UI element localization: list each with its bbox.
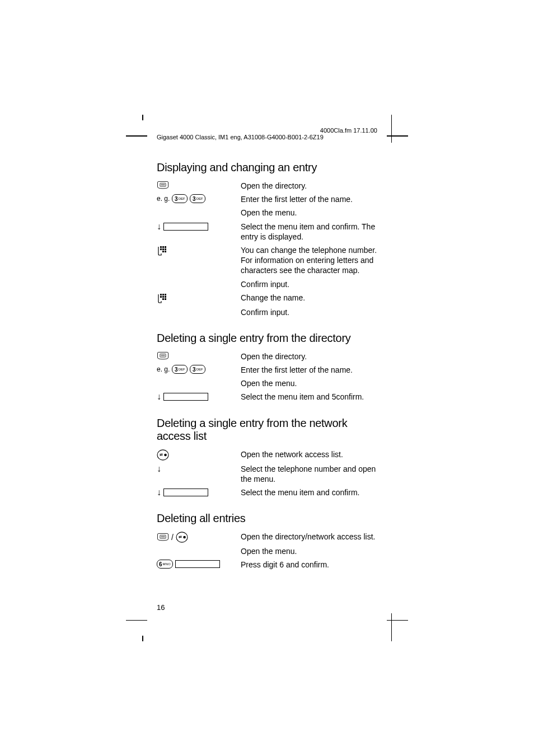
eg-label: e. g. <box>157 195 170 203</box>
network-list-icon: ⇄ <box>157 449 169 461</box>
svg-rect-11 <box>160 294 162 295</box>
arrow-down-icon: ↓ <box>157 392 161 402</box>
svg-rect-5 <box>165 246 166 248</box>
arrow-down-icon: ↓ <box>157 464 161 474</box>
step-text: Select the telephone number and open the… <box>241 464 381 484</box>
arrow-down-icon: ↓ <box>157 487 161 497</box>
slash: / <box>171 533 174 542</box>
menu-box-icon <box>163 223 208 231</box>
svg-rect-4 <box>162 246 164 248</box>
section-title: Deleting a single entry from the network… <box>157 417 381 443</box>
document-id: Gigaset 4000 Classic, IM1 eng, A31008-G4… <box>157 134 324 140</box>
step-text: Open the menu. <box>241 546 381 556</box>
svg-text:⇄: ⇄ <box>179 534 182 539</box>
key-3: 3DEF <box>172 194 188 203</box>
main-content: Displaying and changing an entry Open th… <box>157 157 381 574</box>
svg-rect-25 <box>160 536 166 539</box>
step-text: Press digit 6 and confirm. <box>241 560 381 570</box>
step-text: Select the menu item and confirm. The en… <box>241 222 381 242</box>
keypad-icon <box>157 245 168 256</box>
step-text: Open the directory/network access list. <box>241 532 381 542</box>
keypad-icon <box>157 293 168 304</box>
section-title: Deleting all entries <box>157 512 381 525</box>
step-text: Confirm input. <box>241 279 381 289</box>
svg-rect-12 <box>162 294 164 295</box>
svg-rect-16 <box>165 296 166 298</box>
step-text: Change the name. <box>241 293 381 303</box>
key-3: 3DEF <box>190 365 205 374</box>
svg-rect-18 <box>165 298 166 300</box>
step-text: Open the network access list. <box>241 449 381 459</box>
step-text: Enter the first letter of the name. <box>241 194 381 204</box>
step-text: Open the menu. <box>241 378 381 388</box>
svg-rect-10 <box>165 251 166 252</box>
menu-box-icon <box>163 393 208 401</box>
menu-box-icon <box>163 489 208 496</box>
svg-rect-17 <box>162 298 164 300</box>
svg-rect-19 <box>160 354 166 357</box>
document-header: 4000Cla.fm 17.11.00 Gigaset 4000 Classic… <box>157 127 377 140</box>
menu-box-icon <box>175 560 220 568</box>
page-number: 16 <box>157 603 165 612</box>
step-text: Open the directory. <box>241 181 381 191</box>
step-text: Enter the first letter of the name. <box>241 365 381 375</box>
svg-text:⇄: ⇄ <box>160 452 163 457</box>
svg-rect-14 <box>160 296 162 298</box>
step-text: Open the menu. <box>241 208 381 218</box>
key-3: 3DEF <box>172 365 188 374</box>
svg-rect-9 <box>162 251 164 252</box>
svg-rect-6 <box>160 248 162 250</box>
svg-point-24 <box>164 453 167 456</box>
key-6: 6MNO <box>157 560 173 569</box>
key-3: 3DEF <box>190 194 205 203</box>
step-text: Select the menu item and confirm. <box>241 487 381 497</box>
section-title: Deleting a single entry from the directo… <box>157 332 381 345</box>
svg-point-30 <box>183 536 186 539</box>
step-text: You can change the telephone number. For… <box>241 245 381 276</box>
directory-icon <box>157 181 169 190</box>
svg-rect-8 <box>165 248 166 250</box>
step-text: Select the menu item and 5confirm. <box>241 392 381 402</box>
svg-rect-13 <box>165 294 166 295</box>
step-text: Confirm input. <box>241 307 381 317</box>
network-list-icon: ⇄ <box>176 532 188 543</box>
section-title: Displaying and changing an entry <box>157 161 381 174</box>
file-timestamp: 4000Cla.fm 17.11.00 <box>320 127 377 134</box>
arrow-down-icon: ↓ <box>157 222 161 232</box>
svg-rect-7 <box>162 248 164 250</box>
step-text: Open the directory. <box>241 351 381 361</box>
directory-icon <box>157 533 169 542</box>
directory-icon <box>157 351 169 360</box>
svg-rect-3 <box>160 246 162 248</box>
svg-rect-15 <box>162 296 164 298</box>
eg-label: e. g. <box>157 365 170 373</box>
svg-rect-0 <box>160 183 166 186</box>
